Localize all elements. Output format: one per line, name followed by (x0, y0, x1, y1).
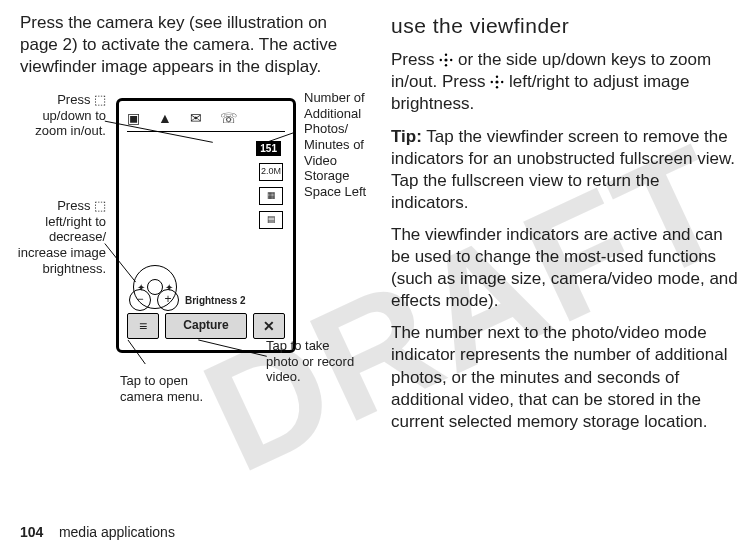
nav-key-icon (439, 53, 453, 67)
svg-point-6 (445, 54, 447, 56)
page-footer: 104 media applications (20, 523, 175, 541)
svg-point-11 (496, 76, 498, 78)
tip-label: Tip: (391, 127, 422, 146)
phone-right-icon-stack: 2.0M ▦ ▤ (259, 163, 283, 229)
section-heading-viewfinder: use the viewfinder (391, 12, 738, 39)
svg-point-8 (440, 59, 442, 61)
phone-bottom-bar: ≡ Capture ✕ (127, 310, 285, 342)
handset-icon: ☏ (220, 109, 238, 127)
envelope-icon: ✉ (190, 109, 202, 127)
paragraph-tip: Tip: Tap the viewfinder screen to remove… (391, 126, 738, 214)
zoom-in-icon: + (157, 289, 179, 311)
svg-point-12 (496, 86, 498, 88)
grid-icon: ▦ (259, 187, 283, 205)
callout-additional-shots: Number of Additional Photos/ Minutes of … (304, 90, 384, 199)
svg-point-9 (450, 59, 452, 61)
svg-point-5 (445, 59, 448, 62)
close-icon: ✕ (253, 313, 285, 339)
callout-zoom: Press ⬚ up/down to zoom in/out. (14, 92, 106, 139)
paragraph-number-meaning: The number next to the photo/video mode … (391, 322, 738, 432)
storage-location-icon: ▤ (259, 211, 283, 229)
callout-open-menu: Tap to open camera menu. (120, 373, 230, 404)
svg-point-7 (445, 64, 447, 66)
callout-take-photo: Tap to take photo or record video. (266, 338, 356, 385)
viewfinder-illustration: Press ⬚ up/down to zoom in/out. Press ⬚ … (20, 88, 367, 428)
svg-point-10 (496, 81, 499, 84)
portrait-icon: ▲ (158, 109, 172, 127)
shots-remaining-badge: 151 (256, 141, 281, 156)
paragraph-zoom-brightness: Press or the side up/down keys to zoom i… (391, 49, 738, 115)
phone-top-icon-row: ▣ ▲ ✉ ☏ (127, 105, 285, 131)
brightness-row: − + Brightness 2 (129, 289, 283, 311)
callout-brightness: Press ⬚ left/right to decrease/ increase… (14, 198, 106, 276)
tip-body: Tap the viewfinder screen to remove the … (391, 127, 735, 212)
text-fragment: Press (391, 50, 439, 69)
page-number: 104 (20, 524, 43, 540)
brightness-label: Brightness 2 (185, 294, 246, 307)
zoom-out-icon: − (129, 289, 151, 311)
paragraph-indicators-active: The viewfinder indicators are active and… (391, 224, 738, 312)
phone-mockup: ▣ ▲ ✉ ☏ 151 2.0M ▦ ▤ (116, 98, 296, 353)
capture-button: Capture (165, 313, 247, 339)
nav-key-icon (490, 75, 504, 89)
menu-button-icon: ≡ (127, 313, 159, 339)
svg-point-13 (491, 81, 493, 83)
intro-paragraph: Press the camera key (see illustration o… (20, 12, 367, 78)
footer-section-name: media applications (59, 524, 175, 540)
focus-icon: ▣ (127, 109, 140, 127)
svg-point-14 (501, 81, 503, 83)
image-size-icon: 2.0M (259, 163, 283, 181)
